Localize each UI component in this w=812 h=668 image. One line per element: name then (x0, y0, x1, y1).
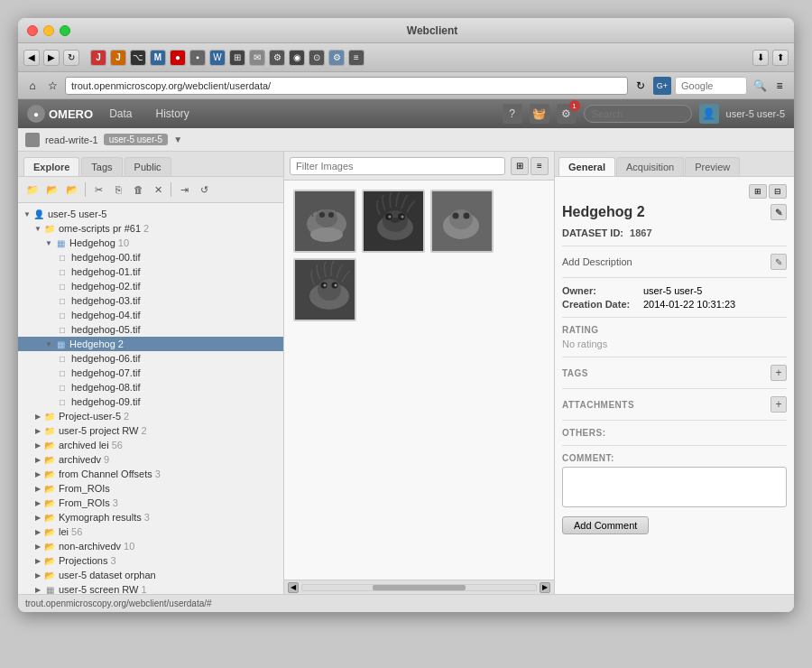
delete-icon[interactable]: 🗑 (129, 181, 147, 199)
user-bar-dropdown[interactable]: ▼ (173, 135, 182, 144)
search-icon[interactable]: 🔍 (752, 79, 767, 93)
settings-icon[interactable]: ⚙ 1 (557, 104, 577, 124)
download-icon[interactable]: ⬇ (752, 50, 769, 66)
tree-dataset-rois2[interactable]: ▶ 📂 From_ROIs 3 (18, 496, 283, 510)
ext-icon-7[interactable]: ✉ (249, 50, 265, 66)
list-item[interactable]: □ hedgehog-08.tif (18, 380, 283, 394)
google-search[interactable] (675, 77, 747, 95)
image-thumb-4[interactable] (293, 258, 356, 321)
comment-textarea[interactable] (562, 467, 787, 507)
ext-icon-11[interactable]: ⚙ (328, 50, 345, 66)
grid-view-icon[interactable]: ⊞ (749, 184, 767, 199)
ext-github[interactable]: ⌥ (130, 50, 146, 66)
tab-preview[interactable]: Preview (685, 157, 740, 176)
tree-dataset-rois1[interactable]: ▶ 📂 From_ROIs (18, 481, 283, 496)
ext-icon-1[interactable]: J (90, 50, 106, 66)
ext-icon-12[interactable]: ≡ (348, 50, 364, 66)
add-comment-button[interactable]: Add Comment (562, 516, 649, 534)
close-button[interactable] (27, 25, 38, 36)
tab-public[interactable]: Public (125, 157, 171, 176)
user-bar: read-write-1 user-5 user-5 ▼ (18, 128, 794, 152)
filter-images-input[interactable] (290, 157, 505, 175)
scrollbar-track[interactable] (301, 584, 537, 591)
ext-icon-4[interactable]: ● (170, 50, 186, 66)
folder-new-icon[interactable]: 📁 (23, 181, 42, 199)
list-item[interactable]: □ hedgehog-02.tif (18, 279, 283, 293)
minimize-button[interactable] (43, 25, 54, 36)
options-icon[interactable]: ≡ (772, 79, 787, 93)
grid-view-btn[interactable]: ⊞ (511, 157, 529, 175)
user-avatar[interactable]: 👤 (699, 104, 719, 124)
tree-project-3[interactable]: ▶ 📁 user-5 project RW 2 (18, 423, 283, 438)
tree-dataset-nonarc[interactable]: ▶ 📂 non-archivedv 10 (18, 539, 283, 553)
move-icon[interactable]: ⇥ (175, 181, 193, 199)
add-description-btn[interactable]: Add Description (562, 256, 632, 267)
list-item[interactable]: □ hedgehog-01.tif (18, 264, 283, 279)
tab-explore[interactable]: Explore (23, 157, 79, 176)
tree-dataset-channel[interactable]: ▶ 📂 from Channel Offsets 3 (18, 467, 283, 481)
omero-search-input[interactable] (584, 105, 692, 123)
copy-icon[interactable]: ⎘ (109, 181, 127, 199)
cut-icon[interactable]: ✂ (89, 181, 107, 199)
ext-icon-8[interactable]: ⚙ (269, 50, 285, 66)
help-icon[interactable]: ? (503, 104, 522, 124)
list-item[interactable]: □ hedgehog-06.tif (18, 351, 283, 366)
list-item[interactable]: □ hedgehog-07.tif (18, 366, 283, 380)
home-icon[interactable]: ⌂ (25, 79, 40, 93)
nav-data[interactable]: Data (102, 106, 139, 122)
tab-acquisition[interactable]: Acquisition (616, 157, 684, 176)
tree-dataset-lei[interactable]: ▶ 📂 lei 56 (18, 524, 283, 539)
list-view-btn[interactable]: ≡ (531, 157, 549, 175)
folder-open-icon[interactable]: 📂 (63, 181, 81, 199)
refresh-icon[interactable]: ↻ (633, 79, 648, 93)
tree-dataset-kymo[interactable]: ▶ 📂 Kymograph results 3 (18, 510, 283, 524)
add-attachment-button[interactable]: + (770, 396, 787, 413)
tree-project-2[interactable]: ▶ 📁 Project-user-5 2 (18, 409, 283, 423)
tree-dataset-proj[interactable]: ▶ 📂 Projections 3 (18, 553, 283, 568)
tree-dataset-orphan[interactable]: ▶ 📂 user-5 dataset orphan (18, 568, 283, 582)
nav-history[interactable]: History (148, 106, 196, 122)
basket-icon[interactable]: 🧺 (530, 104, 549, 124)
refresh-tree-icon[interactable]: ↺ (195, 181, 213, 199)
tree-dataset-hedgehog2[interactable]: ▼ ▦ Hedgehog 2 (18, 337, 283, 351)
address-input[interactable] (65, 77, 628, 95)
list-item[interactable]: □ hedgehog-03.tif (18, 293, 283, 308)
ext-icon-9[interactable]: ◉ (289, 50, 305, 66)
table-view-icon[interactable]: ⊟ (769, 184, 787, 199)
forward-button[interactable]: ▶ (43, 50, 60, 66)
ext-icon-3[interactable]: M (150, 50, 166, 66)
list-item[interactable]: □ hedgehog-09.tif (18, 394, 283, 409)
delete2-icon[interactable]: ✕ (149, 181, 167, 199)
tree-project-1[interactable]: ▼ 📁 ome-scripts pr #61 2 (18, 221, 283, 236)
tree-dataset-archivedv[interactable]: ▶ 📂 archivedv 9 (18, 452, 283, 467)
tab-tags[interactable]: Tags (81, 157, 122, 176)
reload-button[interactable]: ↻ (63, 50, 79, 66)
tab-general[interactable]: General (558, 157, 615, 176)
back-button[interactable]: ◀ (23, 50, 40, 66)
ext-icon-10[interactable]: ⊙ (309, 50, 325, 66)
image-thumb-3[interactable] (430, 190, 494, 253)
ext-icon-wiki[interactable]: W (209, 50, 226, 66)
share-icon[interactable]: ⬆ (772, 50, 789, 66)
scrollbar-thumb[interactable] (373, 585, 466, 590)
star-icon[interactable]: ☆ (45, 79, 60, 93)
ext-icon-6[interactable]: ⊞ (229, 50, 245, 66)
tree-dataset-hedgehog[interactable]: ▼ ▦ Hedgehog 10 (18, 236, 283, 250)
list-item[interactable]: □ hedgehog-00.tif (18, 250, 283, 264)
maximize-button[interactable] (60, 25, 70, 36)
tree-screen-rw[interactable]: ▶ ▦ user-5 screen RW 1 (18, 582, 283, 594)
tree-dataset-archived[interactable]: ▶ 📂 archived lei 56 (18, 438, 283, 452)
ext-icon-2[interactable]: J (110, 50, 126, 66)
edit-title-button[interactable]: ✎ (770, 204, 787, 220)
tree-user-root[interactable]: ▼ 👤 user-5 user-5 (18, 207, 283, 221)
scroll-left-btn[interactable]: ◀ (288, 582, 299, 593)
edit-desc-button[interactable]: ✎ (770, 254, 787, 270)
folder-green-icon[interactable]: 📂 (43, 181, 61, 199)
image-thumb-1[interactable] (293, 190, 356, 253)
image-thumb-2[interactable] (362, 190, 425, 253)
list-item[interactable]: □ hedgehog-05.tif (18, 322, 283, 337)
ext-icon-5[interactable]: ▪ (189, 50, 206, 66)
list-item[interactable]: □ hedgehog-04.tif (18, 308, 283, 322)
add-tag-button[interactable]: + (770, 365, 787, 381)
scroll-right-btn[interactable]: ▶ (540, 582, 550, 593)
